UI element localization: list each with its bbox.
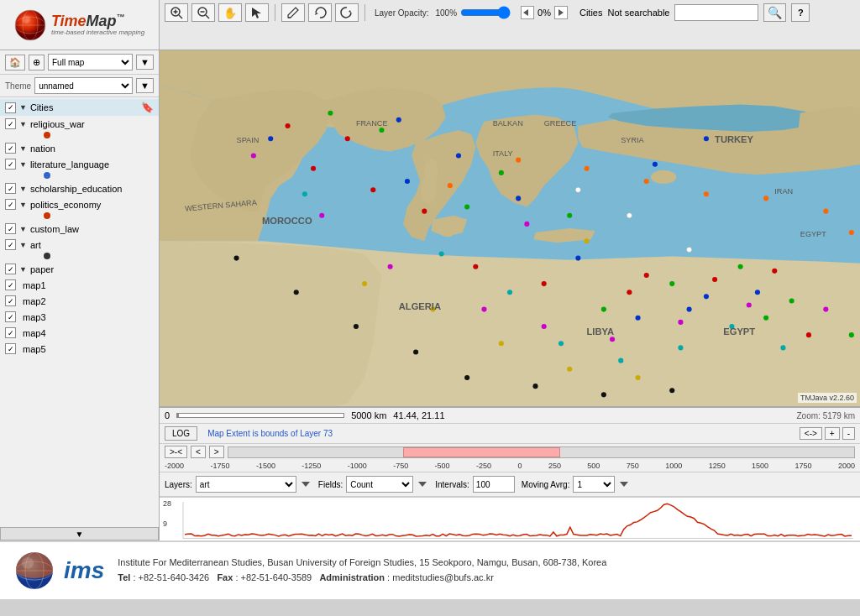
layer-checkbox[interactable]: ✓ xyxy=(5,118,16,129)
theme-select[interactable]: unnamed xyxy=(34,77,133,94)
timeline-thumb[interactable] xyxy=(403,447,559,457)
sidebar-dropdown-button[interactable]: ▼ xyxy=(136,55,154,70)
layer-checkbox[interactable]: ✓ xyxy=(5,199,16,210)
svg-point-30 xyxy=(542,281,547,286)
svg-point-32 xyxy=(712,277,717,282)
layer-item[interactable]: ✓▼art xyxy=(0,237,159,253)
layer-checkbox[interactable]: ✓ xyxy=(5,223,16,234)
moving-avrg-select[interactable]: 1 xyxy=(573,476,615,493)
layer-item[interactable]: ✓▼paper xyxy=(0,261,159,277)
layer-expand-arrow[interactable]: ▼ xyxy=(19,201,27,209)
layer-item[interactable]: ✓map1 xyxy=(0,277,159,293)
zoom-in-button[interactable] xyxy=(165,3,188,22)
map-area[interactable]: MOROCCO ALGERIA LIBYA EGYPT TURKEY SYRIA… xyxy=(160,50,860,406)
timeline-track[interactable] xyxy=(228,446,855,458)
layer-item[interactable]: ✓▼religious_war xyxy=(0,116,159,132)
layer-item[interactable]: ✓map3 xyxy=(0,309,159,325)
sidebar-zoom-button[interactable]: ⊕ xyxy=(29,55,45,70)
layer-checkbox[interactable]: ✓ xyxy=(5,143,16,154)
svg-marker-14 xyxy=(288,8,298,18)
scale-right: 5000 km xyxy=(351,410,386,420)
layer-item[interactable]: ✓▼politics_economy xyxy=(0,196,159,212)
svg-point-96 xyxy=(464,205,469,210)
svg-point-53 xyxy=(849,332,854,337)
layer-checkbox[interactable]: ✓ xyxy=(5,239,16,250)
svg-point-56 xyxy=(507,290,512,295)
layer-item[interactable]: ✓▼literature_language xyxy=(0,156,159,172)
layer-expand-arrow[interactable]: ▼ xyxy=(19,160,27,169)
draw-button[interactable] xyxy=(281,3,305,22)
progress-arrow-left[interactable] xyxy=(521,6,534,19)
layer-name-text: literature_language xyxy=(30,159,154,170)
layer-item[interactable]: ✓map2 xyxy=(0,293,159,309)
fields-dropdown-icon xyxy=(417,478,428,490)
svg-point-42 xyxy=(755,290,760,295)
help-button[interactable]: ? xyxy=(791,3,810,22)
svg-point-44 xyxy=(704,136,709,141)
opacity-slider[interactable] xyxy=(460,6,511,19)
layer-item[interactable]: ✓map4 xyxy=(0,325,159,341)
progress-arrow-right[interactable] xyxy=(554,6,568,19)
layer-checkbox[interactable]: ✓ xyxy=(5,102,16,113)
layer-item[interactable]: ✓▼Cities🔖 xyxy=(0,99,159,116)
svg-point-98 xyxy=(584,238,589,243)
timeline-zoom-out-button[interactable]: - xyxy=(842,427,855,440)
layer-item[interactable]: ✓▼scholarship_education xyxy=(0,180,159,196)
timeline-expand-button[interactable]: <-> xyxy=(800,427,822,440)
log-button[interactable]: LOG xyxy=(165,426,197,441)
map-svg: MOROCCO ALGERIA LIBYA EGYPT TURKEY SYRIA… xyxy=(160,50,860,406)
theme-row: Theme unnamed ▼ xyxy=(0,75,159,97)
sidebar-scroll-down[interactable]: ▼ xyxy=(0,527,159,540)
layer-item[interactable]: ✓▼nation xyxy=(0,140,159,156)
footer-address: Institute For Mediterranean Studies, Bus… xyxy=(118,556,606,571)
layer-expand-arrow[interactable]: ▼ xyxy=(19,225,27,233)
intervals-input[interactable] xyxy=(473,476,515,493)
svg-point-39 xyxy=(575,256,580,261)
layer-checkbox[interactable]: ✓ xyxy=(5,327,16,338)
search-button[interactable]: 🔍 xyxy=(763,3,786,22)
moving-avrg-ctrl: Moving Avrg: 1 xyxy=(522,476,631,493)
timeline-zoom-in-button[interactable]: + xyxy=(825,427,840,440)
layer-checkbox[interactable]: ✓ xyxy=(5,183,16,194)
layer-expand-arrow[interactable]: ▼ xyxy=(19,144,27,153)
svg-point-70 xyxy=(362,281,367,286)
layer-checkbox[interactable]: ✓ xyxy=(5,295,16,306)
svg-point-67 xyxy=(610,337,615,342)
layer-checkbox[interactable]: ✓ xyxy=(5,343,16,354)
coords-display: 41.44, 21.11 xyxy=(393,410,444,420)
svg-point-94 xyxy=(370,187,375,192)
layer-checkbox[interactable]: ✓ xyxy=(5,159,16,170)
layer-expand-arrow[interactable]: ▼ xyxy=(19,265,27,274)
refresh-button[interactable] xyxy=(308,3,332,22)
pan-button[interactable]: ✋ xyxy=(218,3,242,22)
layer-checkbox[interactable]: ✓ xyxy=(5,264,16,274)
timeline-back-button[interactable]: < xyxy=(191,446,206,458)
select-button[interactable] xyxy=(245,3,269,22)
timeline-fwd-button[interactable]: > xyxy=(209,446,224,458)
svg-text:GREECE: GREECE xyxy=(544,119,577,128)
theme-dropdown-button[interactable]: ▼ xyxy=(136,78,154,93)
layer-expand-arrow[interactable]: ▼ xyxy=(19,103,27,112)
layers-select[interactable]: art xyxy=(196,476,296,493)
map-select[interactable]: Full map xyxy=(48,54,133,70)
layer-checkbox[interactable]: ✓ xyxy=(5,279,16,290)
layer-checkbox[interactable]: ✓ xyxy=(5,311,16,322)
layer-item[interactable]: ✓map5 xyxy=(0,341,159,357)
svg-point-23 xyxy=(651,170,677,184)
map-extent-text: Map Extent is bounds of Layer 73 xyxy=(207,429,333,438)
zoom-out-button[interactable] xyxy=(191,3,215,22)
sidebar-home-button[interactable]: 🏠 xyxy=(5,55,25,70)
layer-item[interactable]: ✓▼custom_law xyxy=(0,221,159,237)
svg-point-65 xyxy=(481,307,486,312)
timeline-start-button[interactable]: >-< xyxy=(165,446,187,458)
footer-info: Institute For Mediterranean Studies, Bus… xyxy=(118,556,606,585)
ims-globe-icon xyxy=(13,550,55,592)
layer-expand-arrow[interactable]: ▼ xyxy=(19,120,27,128)
fields-select[interactable]: Count xyxy=(346,476,413,493)
svg-point-47 xyxy=(499,170,504,175)
rotate-button[interactable] xyxy=(335,3,359,22)
layer-expand-arrow[interactable]: ▼ xyxy=(19,241,27,249)
layer-expand-arrow[interactable]: ▼ xyxy=(19,185,27,193)
year-marker: -2000 xyxy=(165,462,184,470)
search-input[interactable] xyxy=(674,4,758,21)
